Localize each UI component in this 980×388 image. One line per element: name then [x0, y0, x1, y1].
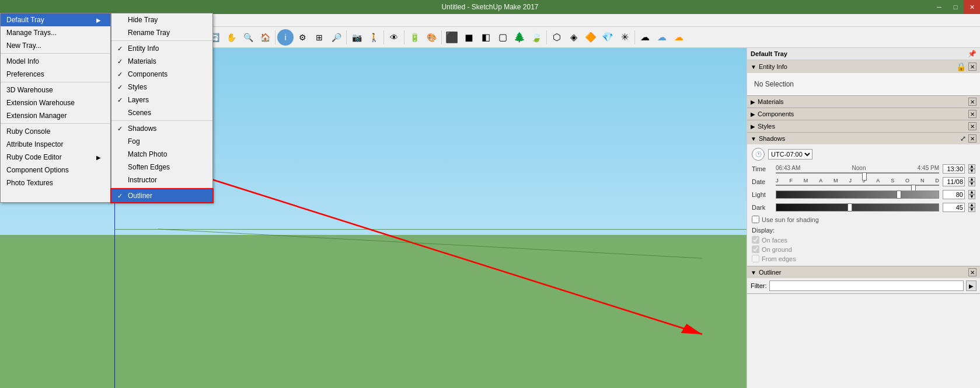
- menu-item-manage-trays[interactable]: Manage Trays...: [1, 26, 110, 39]
- menu-item-component-options[interactable]: Component Options: [1, 164, 110, 176]
- close-button[interactable]: ✕: [964, 0, 980, 14]
- toolbar-3d-2[interactable]: ◼: [461, 29, 477, 46]
- shadows-close[interactable]: ✕: [968, 134, 976, 143]
- shadows-expand-icon[interactable]: ⤢: [960, 134, 966, 143]
- minimize-button[interactable]: ─: [931, 0, 947, 14]
- submenu-styles[interactable]: Styles: [111, 81, 212, 93]
- shadows-timezone-select[interactable]: UTC-07:00: [768, 149, 812, 160]
- shadows-light-input[interactable]: [943, 190, 965, 199]
- toolbar-3d-4[interactable]: ▢: [494, 29, 511, 46]
- submenu-match-photo[interactable]: Match Photo: [111, 148, 212, 161]
- shadows-on-ground-check[interactable]: [752, 245, 759, 253]
- shadows-header[interactable]: ▼ Shadows ⤢ ✕: [747, 133, 980, 144]
- submenu-components[interactable]: Components: [111, 68, 212, 81]
- maximize-button[interactable]: □: [947, 0, 964, 14]
- toolbar-shape-c[interactable]: 🔶: [583, 29, 599, 46]
- toolbar-paint[interactable]: 🎨: [423, 29, 440, 46]
- menu-item-extension-manager[interactable]: Extension Manager: [1, 109, 110, 122]
- toolbar-walkthrough[interactable]: 🚶: [365, 29, 382, 46]
- toolbar-3d-6[interactable]: 🍃: [528, 29, 545, 46]
- shadows-light-slider[interactable]: [776, 190, 939, 199]
- fog-submenu-label: Fog: [128, 137, 140, 146]
- toolbar-shape-d[interactable]: 💎: [599, 29, 616, 46]
- toolbar-shape-a[interactable]: ⬡: [549, 29, 565, 46]
- toolbar-search[interactable]: 🔎: [328, 29, 344, 46]
- shadows-on-faces-check[interactable]: [752, 236, 759, 244]
- components-header[interactable]: ▶ Components ✕: [747, 108, 980, 120]
- styles-close[interactable]: ✕: [968, 122, 976, 130]
- toolbar-settings[interactable]: ⚙: [294, 29, 311, 46]
- menu-item-photo-textures[interactable]: Photo Textures: [1, 176, 110, 189]
- entity-info-close[interactable]: ✕: [968, 63, 976, 71]
- toolbar-3d-5[interactable]: 🌲: [511, 29, 528, 46]
- menu-item-ruby-code-editor[interactable]: Ruby Code Editor ▶: [1, 151, 110, 164]
- outliner-filter-input[interactable]: [769, 280, 964, 291]
- toolbar-cloud1[interactable]: ☁: [637, 29, 653, 46]
- shadows-date-input[interactable]: [943, 177, 965, 186]
- toolbar-grid[interactable]: ⊞: [311, 29, 327, 46]
- toolbar-cloud3[interactable]: ☁: [671, 29, 687, 46]
- submenu-materials[interactable]: Materials: [111, 55, 212, 68]
- shadows-time-slider[interactable]: [776, 172, 939, 174]
- toolbar-zoom[interactable]: 🔍: [240, 29, 256, 46]
- submenu-soften-edges[interactable]: Soften Edges: [111, 161, 212, 174]
- shadows-date-down[interactable]: ▼: [968, 182, 975, 186]
- toolbar-pan[interactable]: ✋: [223, 29, 239, 46]
- submenu-layers[interactable]: Layers: [111, 93, 212, 106]
- components-close[interactable]: ✕: [968, 110, 976, 118]
- shadows-light-down[interactable]: ▼: [968, 195, 975, 199]
- shadows-dark-down[interactable]: ▼: [968, 207, 975, 212]
- materials-header[interactable]: ▶ Materials ✕: [747, 96, 980, 108]
- pin-icon[interactable]: 📌: [968, 50, 976, 58]
- toolbar-3d-1[interactable]: ⬛: [444, 29, 460, 46]
- submenu-fog[interactable]: Fog: [111, 135, 212, 148]
- shadows-dark-slider[interactable]: [776, 203, 939, 212]
- submenu-sep-2: [111, 120, 212, 121]
- outliner-close[interactable]: ✕: [968, 268, 976, 276]
- shadows-time-down[interactable]: ▼: [968, 169, 975, 174]
- menu-item-new-tray[interactable]: New Tray...: [1, 39, 110, 52]
- shadows-time-thumb[interactable]: [862, 172, 867, 181]
- shadows-dark-input[interactable]: [943, 203, 965, 212]
- shadows-use-sun-checkbox[interactable]: [752, 216, 759, 223]
- outliner-body: Filter: ▶: [747, 278, 980, 293]
- submenu-hide-tray[interactable]: Hide Tray: [111, 13, 212, 26]
- toolbar-eye[interactable]: 👁: [386, 29, 402, 46]
- menu-item-extension-warehouse[interactable]: Extension Warehouse: [1, 96, 110, 109]
- menu-item-attribute-inspector[interactable]: Attribute Inspector: [1, 138, 110, 151]
- entity-info-icon[interactable]: 🔒: [956, 62, 966, 71]
- instructor-label: Instructor: [128, 176, 157, 184]
- submenu-outliner[interactable]: Outliner: [111, 189, 212, 202]
- outliner-header[interactable]: ▼ Outliner ✕: [747, 266, 980, 278]
- shadows-from-edges-check[interactable]: [752, 255, 759, 262]
- menu-item-preferences[interactable]: Preferences: [1, 68, 110, 81]
- outliner-arrow: ▼: [751, 269, 756, 276]
- menu-item-model-info[interactable]: Model Info: [1, 55, 110, 68]
- submenu-rename-tray[interactable]: Rename Tray: [111, 26, 212, 39]
- submenu-entity-info[interactable]: Entity Info: [111, 42, 212, 55]
- toolbar-cloud2[interactable]: ☁: [654, 29, 670, 46]
- menu-item-ruby-console[interactable]: Ruby Console: [1, 125, 110, 138]
- entity-info-header[interactable]: ▼ Entity Info 🔒 ✕: [747, 60, 980, 73]
- submenu-instructor[interactable]: Instructor: [111, 174, 212, 186]
- toolbar-camera[interactable]: 📷: [348, 29, 365, 46]
- toolbar-battery[interactable]: 🔋: [406, 29, 423, 46]
- toolbar-info[interactable]: i: [277, 29, 294, 46]
- shadows-dark-spin: ▲ ▼: [968, 203, 975, 212]
- toolbar-zoom-extents[interactable]: 🏠: [257, 29, 273, 46]
- components-title: Components: [758, 110, 794, 117]
- shadows-date-slider[interactable]: [776, 185, 939, 186]
- shadows-time-input[interactable]: [943, 164, 965, 174]
- outliner-filter-button[interactable]: ▶: [966, 280, 976, 291]
- styles-header[interactable]: ▶ Styles ✕: [747, 120, 980, 132]
- toolbar-shape-e[interactable]: ✳: [616, 29, 633, 46]
- toolbar-shape-b[interactable]: ◈: [566, 29, 582, 46]
- menu-item-default-tray[interactable]: Default Tray ▶: [1, 13, 110, 26]
- toolbar-3d-3[interactable]: ◧: [477, 29, 494, 46]
- shadows-dark-thumb[interactable]: [848, 203, 852, 212]
- submenu-shadows[interactable]: Shadows: [111, 122, 212, 135]
- shadows-light-thumb[interactable]: [897, 190, 901, 199]
- menu-item-3d-warehouse[interactable]: 3D Warehouse: [1, 84, 110, 96]
- materials-close[interactable]: ✕: [968, 98, 976, 106]
- submenu-scenes[interactable]: Scenes: [111, 106, 212, 119]
